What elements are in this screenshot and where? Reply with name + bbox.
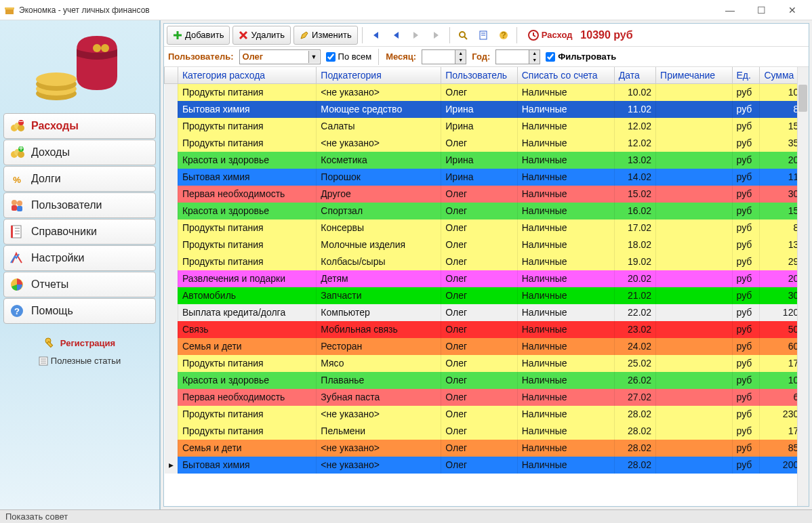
table-row[interactable]: АвтомобильЗапчастиОлегНаличные21.02руб30… — [165, 287, 809, 304]
statusbar[interactable]: Показать совет — [0, 509, 812, 523]
svg-text:+: + — [18, 145, 24, 153]
content-area: Добавить Удалить Изменить ? Расход 10390… — [163, 23, 809, 507]
table-row[interactable]: Продукты питанияКонсервыОлегНаличные17.0… — [165, 219, 809, 236]
help-button[interactable]: ? — [495, 26, 512, 44]
column-header[interactable]: Подкатегория — [317, 67, 441, 84]
table-row[interactable]: ▸Бытовая химия<не указано>ОлегНаличные28… — [165, 457, 809, 474]
table-row[interactable]: Продукты питания<не указано>ОлегНаличные… — [165, 84, 809, 101]
add-button[interactable]: Добавить — [167, 26, 230, 45]
column-header[interactable]: Категория расхода — [178, 67, 316, 84]
year-spinner[interactable]: ▲▼ — [495, 49, 540, 64]
registration-link[interactable]: Регистрация — [44, 337, 115, 349]
table-row[interactable]: Красота и здоровьеКосметикаИринаНаличные… — [165, 152, 809, 169]
sidebar-icon — [9, 198, 24, 213]
sidebar-item-1[interactable]: +Доходы — [3, 140, 156, 165]
sidebar-item-label: Доходы — [31, 146, 70, 159]
toolbar: Добавить Удалить Изменить ? Расход 10390… — [164, 24, 809, 47]
svg-point-19 — [12, 200, 17, 205]
svg-rect-20 — [12, 205, 17, 211]
nav-first-button[interactable] — [367, 26, 384, 44]
svg-rect-23 — [12, 226, 21, 238]
table-row[interactable]: Выплата кредита/долгаКомпьютерОлегНаличн… — [165, 304, 809, 321]
app-logo — [26, 26, 134, 107]
sidebar-item-label: Пользователи — [31, 199, 102, 211]
user-combo[interactable]: ▼ — [239, 49, 321, 64]
sidebar-item-label: Долги — [31, 173, 61, 185]
table-row[interactable]: Продукты питанияПельмениОлегНаличные28.0… — [165, 423, 809, 440]
table-row[interactable]: Продукты питания<не указано>ОлегНаличные… — [165, 135, 809, 152]
sidebar-item-5[interactable]: Настройки — [3, 245, 156, 271]
column-header[interactable]: Списать со счета — [517, 67, 614, 84]
search-button[interactable] — [454, 26, 472, 44]
nav-prev-button[interactable] — [387, 26, 405, 44]
table-row[interactable]: Продукты питанияМолочные изделияОлегНали… — [165, 236, 809, 253]
document-button[interactable] — [474, 26, 492, 44]
table-row[interactable]: Первая необходимостьДругоеОлегНаличные15… — [165, 186, 809, 203]
data-grid[interactable]: Категория расходаПодкатегорияПользовател… — [164, 67, 809, 506]
close-button[interactable]: ✕ — [777, 0, 808, 20]
svg-point-21 — [17, 201, 22, 206]
scrollbar-thumb[interactable] — [798, 85, 807, 112]
minimize-button[interactable]: — — [714, 0, 746, 20]
svg-point-6 — [93, 44, 101, 52]
column-header[interactable]: Пользователь — [441, 67, 517, 84]
svg-rect-24 — [11, 226, 13, 238]
app-icon — [4, 5, 15, 16]
scrollbar[interactable] — [797, 67, 809, 506]
sidebar-item-3[interactable]: Пользователи — [3, 192, 156, 218]
table-row[interactable]: СвязьМобильная связьОлегНаличные23.02руб… — [165, 321, 809, 338]
svg-text:?: ? — [14, 306, 20, 316]
sidebar-icon — [9, 277, 24, 292]
column-header[interactable]: Дата — [614, 67, 655, 84]
nav-next-button[interactable] — [407, 26, 425, 44]
expense-total: Расход 10390 руб — [528, 29, 633, 41]
table-row[interactable]: Семья и дети<не указано>ОлегНаличные28.0… — [165, 440, 809, 457]
sidebar-item-6[interactable]: Отчеты — [3, 272, 156, 297]
table-row[interactable]: Продукты питанияМясоОлегНаличные25.02руб… — [165, 355, 809, 372]
table-row[interactable]: Первая необходимостьЗубная пастаОлегНали… — [165, 389, 809, 406]
chevron-down-icon[interactable]: ▼ — [308, 51, 319, 63]
maximize-button[interactable]: ☐ — [746, 0, 777, 20]
svg-point-7 — [101, 44, 109, 52]
svg-rect-22 — [17, 206, 22, 211]
sidebar-item-label: Помощь — [31, 305, 73, 317]
svg-text:%: % — [13, 175, 21, 185]
table-row[interactable]: Продукты питанияСалатыИринаНаличные12.02… — [165, 118, 809, 135]
sidebar: −Расходы+Доходы%ДолгиПользователиСправоч… — [0, 20, 161, 509]
user-label: Пользователь: — [168, 51, 234, 62]
table-row[interactable]: Красота и здоровьеПлаваньеОлегНаличные26… — [165, 372, 809, 389]
sidebar-item-label: Справочники — [31, 226, 97, 238]
table-row[interactable]: Развлечения и подаркиДетямОлегНаличные20… — [165, 270, 809, 287]
articles-link[interactable]: Полезные статьи — [39, 356, 121, 366]
edit-button[interactable]: Изменить — [293, 26, 358, 45]
sidebar-item-label: Отчеты — [31, 278, 68, 291]
table-row[interactable]: Красота и здоровьеСпортзалОлегНаличные16… — [165, 203, 809, 219]
delete-button[interactable]: Удалить — [232, 26, 291, 45]
table-row[interactable]: Продукты питания<не указано>ОлегНаличные… — [165, 406, 809, 423]
table-row[interactable]: Продукты питанияКолбасы/сырыОлегНаличные… — [165, 253, 809, 270]
filter-bar: Пользователь: ▼ По всем Месяц: ▲▼ Год: ▲… — [164, 47, 809, 67]
svg-rect-32 — [47, 341, 52, 347]
month-label: Месяц: — [386, 51, 416, 62]
nav-last-button[interactable] — [428, 26, 445, 44]
table-row[interactable]: Бытовая химияПорошокИринаНаличные14.02ру… — [165, 169, 809, 186]
sidebar-item-2[interactable]: %Долги — [3, 166, 156, 192]
column-header[interactable]: Ед. — [732, 67, 760, 84]
sidebar-icon: − — [9, 119, 24, 133]
month-spinner[interactable]: ▲▼ — [422, 49, 466, 64]
column-header[interactable]: Примечание — [656, 67, 732, 84]
sidebar-item-7[interactable]: ?Помощь — [3, 298, 156, 324]
sidebar-item-0[interactable]: −Расходы — [3, 113, 156, 139]
sidebar-item-4[interactable]: Справочники — [3, 219, 156, 245]
svg-rect-0 — [5, 9, 14, 14]
svg-text:−: − — [18, 119, 24, 127]
svg-point-5 — [36, 72, 77, 86]
all-users-check[interactable]: По всем — [326, 51, 372, 62]
year-label: Год: — [472, 51, 490, 62]
sidebar-icon — [9, 251, 24, 266]
table-row[interactable]: Семья и детиРесторанОлегНаличные24.02руб… — [165, 338, 809, 355]
table-row[interactable]: Бытовая химияМоющее средствоИринаНаличны… — [165, 101, 809, 118]
filter-check[interactable]: Фильтровать — [546, 51, 616, 62]
sidebar-icon: % — [9, 171, 24, 186]
sidebar-icon — [9, 224, 24, 239]
